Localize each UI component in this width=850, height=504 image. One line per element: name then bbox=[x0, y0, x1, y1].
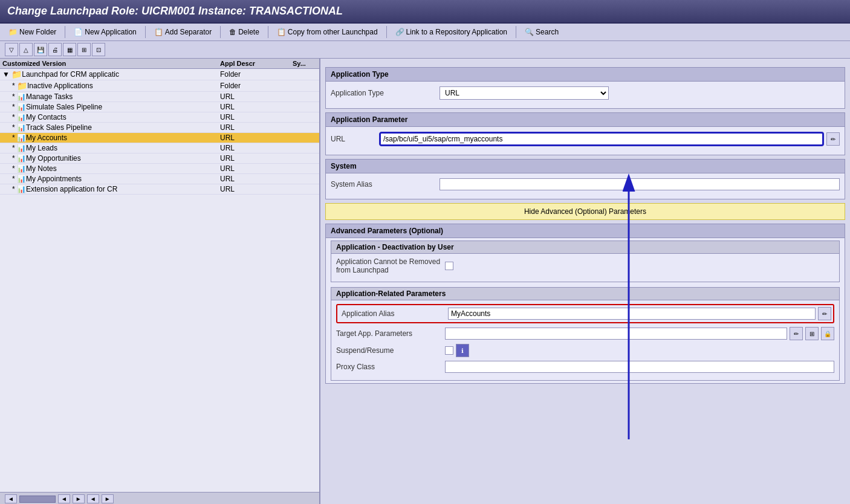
target-app-edit-btn[interactable]: ✏ bbox=[790, 327, 803, 340]
new-application-icon: 📄 bbox=[74, 28, 83, 36]
col-name: Customized Version bbox=[2, 60, 220, 67]
my-contacts-icon: 📊 bbox=[17, 113, 26, 121]
suspend-info-btn[interactable]: ℹ bbox=[456, 344, 469, 357]
my-opportunities-icon: 📊 bbox=[17, 154, 26, 163]
related-params-header: Application-Related Parameters bbox=[331, 288, 839, 300]
left-nav-next-3[interactable]: ◄ bbox=[87, 494, 99, 503]
tree-item-my-appointments[interactable]: * 📊 My Appointments URL bbox=[0, 174, 319, 184]
copy-from-launchpad-button[interactable]: 📋 Copy from other Launchpad bbox=[273, 27, 381, 37]
my-leads-appl: URL bbox=[220, 144, 293, 152]
app-alias-input[interactable] bbox=[448, 308, 816, 320]
add-separator-button[interactable]: 📋 Add Separator bbox=[151, 27, 215, 37]
system-section: System System Alias bbox=[325, 159, 845, 199]
save-icon-btn[interactable]: 💾 bbox=[34, 43, 47, 56]
app-param-section: Application Parameter URL ✏ bbox=[325, 112, 845, 155]
target-app-row: Target App. Parameters ✏ ⊞ 🔒 bbox=[336, 327, 834, 340]
my-contacts-appl: URL bbox=[220, 113, 293, 121]
suspend-control: ℹ bbox=[445, 344, 834, 357]
my-notes-icon: 📊 bbox=[17, 164, 26, 173]
manage-tasks-icon: 📊 bbox=[17, 92, 26, 101]
url-input[interactable] bbox=[381, 134, 822, 144]
system-alias-label: System Alias bbox=[331, 180, 440, 189]
left-nav-next-4[interactable]: ► bbox=[102, 494, 114, 503]
simulate-icon: 📊 bbox=[17, 103, 26, 111]
tree-item-root[interactable]: ▼ 📁 Launchpad for CRM applicatic Folder bbox=[0, 69, 319, 80]
target-app-grid-btn[interactable]: ⊞ bbox=[805, 327, 819, 340]
top-spacer bbox=[320, 59, 850, 63]
proxy-input[interactable] bbox=[445, 361, 834, 373]
search-button[interactable]: 🔍 Search bbox=[521, 27, 562, 37]
my-accounts-icon: 📊 bbox=[17, 134, 26, 142]
tree-item-my-accounts[interactable]: * 📊 My Accounts URL bbox=[0, 133, 319, 143]
my-appointments-icon: 📊 bbox=[17, 175, 26, 183]
tree-item-my-notes[interactable]: * 📊 My Notes URL bbox=[0, 164, 319, 174]
tree-item-my-leads[interactable]: * 📊 My Leads URL bbox=[0, 143, 319, 153]
separator-2 bbox=[145, 26, 146, 38]
inactive-appl: Folder bbox=[220, 82, 293, 90]
my-appointments-name: My Appointments bbox=[26, 175, 220, 183]
delete-button[interactable]: 🗑 Delete bbox=[225, 27, 263, 37]
expand-icon-btn[interactable]: ⊡ bbox=[92, 43, 105, 56]
deactivation-checkbox[interactable] bbox=[445, 262, 453, 270]
title-text: Change Launchpad Role: UICRM001 Instance… bbox=[7, 5, 343, 17]
system-alias-input[interactable] bbox=[440, 178, 840, 190]
proxy-control bbox=[445, 361, 834, 373]
url-label: URL bbox=[331, 135, 379, 143]
app-type-label: Application Type bbox=[331, 89, 440, 97]
root-appl: Folder bbox=[220, 70, 293, 79]
inactive-folder-icon: 📁 bbox=[17, 81, 27, 91]
target-app-input[interactable] bbox=[445, 328, 787, 340]
deactivation-body: Application Cannot be Removed from Launc… bbox=[331, 254, 839, 282]
left-nav-next-1[interactable]: ◄ bbox=[58, 494, 70, 503]
toolbar: 📁 New Folder 📄 New Application 📋 Add Sep… bbox=[0, 24, 850, 41]
new-folder-button[interactable]: 📁 New Folder bbox=[5, 27, 60, 37]
left-nav-prev[interactable]: ◄ bbox=[5, 494, 17, 503]
proxy-label: Proxy Class bbox=[336, 363, 445, 371]
target-app-info-btn[interactable]: 🔒 bbox=[821, 327, 834, 340]
deactivation-label: Application Cannot be Removed from Launc… bbox=[336, 257, 445, 274]
left-scrollbar[interactable] bbox=[19, 496, 56, 503]
print-icon-btn[interactable]: 🖨 bbox=[48, 43, 62, 56]
advanced-params-header: Advanced Parameters (Optional) bbox=[326, 224, 845, 238]
link-repository-button[interactable]: 🔗 Link to a Repository Application bbox=[392, 27, 511, 37]
main-area: Customized Version Appl Descr Sy... ▼ 📁 … bbox=[0, 59, 850, 504]
col-sy: Sy... bbox=[293, 60, 317, 67]
tree-item-manage-tasks[interactable]: * 📊 Manage Tasks URL bbox=[0, 92, 319, 102]
tree-item-simulate[interactable]: * 📊 Simulate Sales Pipeline URL bbox=[0, 102, 319, 112]
right-panel: Application Type Application Type URL BS… bbox=[320, 59, 850, 504]
system-alias-row: System Alias bbox=[331, 178, 840, 190]
new-application-button[interactable]: 📄 New Application bbox=[70, 27, 140, 37]
table-icon-btn[interactable]: ▦ bbox=[63, 43, 76, 56]
app-type-select[interactable]: URL BSP Transaction Web Dynpro ABAP bbox=[440, 86, 609, 100]
url-edit-btn[interactable]: ✏ bbox=[826, 132, 840, 146]
link-icon: 🔗 bbox=[395, 28, 404, 36]
separator-4 bbox=[268, 26, 268, 38]
simulate-name: Simulate Sales Pipeline bbox=[26, 103, 220, 111]
my-accounts-appl: URL bbox=[220, 134, 293, 142]
grid-icon-btn[interactable]: ⊞ bbox=[77, 43, 91, 56]
root-folder-icon: 📁 bbox=[11, 69, 22, 79]
app-type-body: Application Type URL BSP Transaction Web… bbox=[326, 82, 845, 108]
search-icon: 🔍 bbox=[525, 28, 534, 36]
separator-3 bbox=[220, 26, 221, 38]
root-name: Launchpad for CRM applicatic bbox=[22, 70, 220, 79]
tree-item-track-sales[interactable]: * 📊 Track Sales Pipeline URL bbox=[0, 123, 319, 133]
tree-body: ▼ 📁 Launchpad for CRM applicatic Folder … bbox=[0, 69, 319, 492]
hide-advanced-bar[interactable]: Hide Advanced (Optional) Parameters bbox=[325, 203, 845, 220]
app-alias-edit-btn[interactable]: ✏ bbox=[818, 307, 831, 320]
extension-appl: URL bbox=[220, 185, 293, 193]
sort-icon-btn[interactable]: △ bbox=[19, 43, 33, 56]
suspend-checkbox[interactable] bbox=[445, 346, 453, 355]
add-separator-icon: 📋 bbox=[154, 28, 163, 36]
advanced-params-body: Application - Deactivation by User Appli… bbox=[326, 238, 845, 383]
my-opportunities-name: My Opportunities bbox=[26, 154, 220, 163]
my-notes-appl: URL bbox=[220, 164, 293, 173]
tree-item-my-contacts[interactable]: * 📊 My Contacts URL bbox=[0, 112, 319, 123]
tree-item-extension[interactable]: * 📊 Extension application for CR URL bbox=[0, 184, 319, 195]
track-sales-icon: 📊 bbox=[17, 123, 26, 132]
left-nav-next-2[interactable]: ► bbox=[73, 494, 85, 503]
filter-icon-btn[interactable]: ▽ bbox=[5, 43, 18, 56]
tree-item-inactive[interactable]: * 📁 Inactive Applications Folder bbox=[0, 80, 319, 92]
tree-item-my-opportunities[interactable]: * 📊 My Opportunities URL bbox=[0, 153, 319, 164]
my-appointments-appl: URL bbox=[220, 175, 293, 183]
